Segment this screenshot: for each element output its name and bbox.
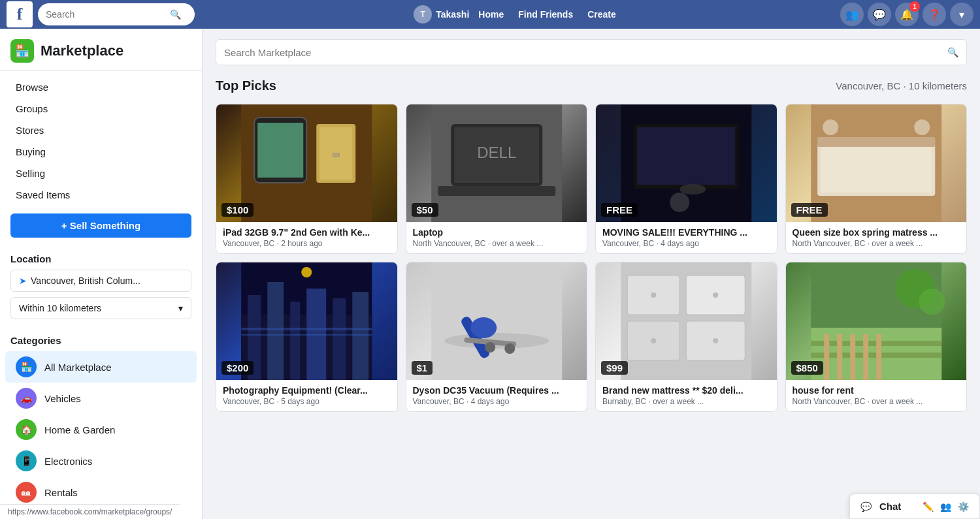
svg-point-38 [485, 342, 495, 353]
nav-center-links: T Takashi Home Find Friends Create [195, 5, 840, 24]
marketplace-search-bar[interactable]: 🔍 [216, 39, 967, 65]
category-label: Home & Garden [44, 424, 115, 435]
product-info: house for rent North Vancouver, BC · ove… [786, 380, 967, 411]
nav-create-link[interactable]: Create [582, 9, 621, 20]
product-meta: Burnaby, BC · over a week ... [602, 397, 770, 406]
svg-point-39 [504, 343, 515, 354]
chat-bubble[interactable]: 💬 Chat ✏️ 👥 ⚙️ [849, 494, 980, 519]
product-image: DELL $50 [406, 104, 587, 222]
product-card[interactable]: $1 Dyson DC35 Vacuum (Requires ... Vanco… [406, 262, 588, 412]
product-image: $850 [786, 262, 967, 380]
category-item-home-and-garden[interactable]: 🏠 Home & Garden [5, 414, 197, 445]
product-info: Laptop North Vancouver, BC · over a week… [406, 222, 587, 253]
svg-rect-21 [821, 147, 932, 193]
categories-section: Categories 🏪 All Marketplace 🚗 Vehicles … [0, 327, 202, 519]
help-icon-btn[interactable]: ❓ [923, 3, 946, 26]
product-card[interactable]: FREE MOVING SALE!!! EVERYTHING ... Vanco… [595, 104, 777, 254]
sidebar-item-selling[interactable]: Selling [5, 163, 197, 184]
svg-rect-54 [837, 334, 842, 380]
svg-text:DELL: DELL [477, 144, 516, 161]
products-grid: ⌨ $100 iPad 32GB 9.7" 2nd Gen with Ke...… [216, 104, 967, 412]
chat-compose-icon[interactable]: ✏️ [923, 501, 934, 512]
fb-letter: f [17, 5, 23, 24]
product-card[interactable]: ⌨ $100 iPad 32GB 9.7" 2nd Gen with Ke...… [216, 104, 398, 254]
search-input[interactable] [46, 9, 170, 20]
facebook-logo[interactable]: f [7, 1, 33, 27]
price-tag: $850 [791, 361, 823, 375]
chevron-down-icon: ▾ [959, 8, 964, 21]
product-card[interactable]: DELL $50 Laptop North Vancouver, BC · ov… [406, 104, 588, 254]
svg-point-15 [670, 193, 689, 212]
price-tag: FREE [791, 203, 828, 217]
location-icon: ➤ [19, 275, 27, 286]
category-icon: 📱 [16, 450, 37, 471]
radius-select[interactable]: Within 10 kilometers ▾ [10, 297, 191, 319]
sidebar-item-stores[interactable]: Stores [5, 119, 197, 141]
svg-rect-2 [257, 123, 303, 178]
question-icon: ❓ [928, 8, 941, 21]
marketplace-title: Marketplace [41, 42, 123, 59]
product-title: iPad 32GB 9.7" 2nd Gen with Ke... [223, 227, 391, 238]
nav-find-friends-link[interactable]: Find Friends [513, 9, 578, 20]
search-icon: 🔍 [170, 9, 181, 20]
product-meta: North Vancouver, BC · over a week ... [792, 239, 960, 248]
marketplace-search-button[interactable]: 🔍 [947, 47, 958, 57]
global-search[interactable]: 🔍 [38, 3, 195, 25]
chat-settings-icon[interactable]: ⚙️ [958, 501, 969, 512]
sidebar-title: 🏪 Marketplace [0, 39, 202, 71]
marketplace-search-input[interactable] [224, 47, 947, 58]
category-item-vehicles[interactable]: 🚗 Vehicles [5, 383, 197, 414]
chat-contacts-icon[interactable]: 👥 [940, 501, 951, 512]
chat-title: Chat [879, 501, 901, 512]
svg-rect-10 [438, 186, 555, 196]
friends-icon-btn[interactable]: 👥 [840, 3, 864, 26]
product-card[interactable]: FREE Queen size box spring matress ... N… [785, 104, 968, 254]
category-icon: 🏪 [16, 356, 37, 377]
category-item-all-marketplace[interactable]: 🏪 All Marketplace [5, 351, 197, 383]
location-input[interactable]: ➤ Vancouver, British Colum... [10, 270, 191, 292]
svg-point-36 [470, 317, 497, 338]
notifications-icon-btn[interactable]: 🔔 1 [895, 3, 919, 26]
main-layout: 🏪 Marketplace Browse Groups Stores Buyin… [0, 29, 980, 519]
sell-something-button[interactable]: + Sell Something [10, 213, 191, 238]
svg-rect-29 [352, 292, 368, 380]
product-meta: Vancouver, BC · 4 days ago [413, 397, 581, 406]
product-meta: Vancouver, BC · 5 days ago [223, 397, 391, 406]
user-profile-link[interactable]: T Takashi [414, 5, 469, 24]
product-card[interactable]: $200 Photography Equipment! (Clear... Va… [216, 262, 398, 412]
category-icon: 🚗 [16, 388, 37, 409]
section-header: Top Picks Vancouver, BC · 10 kilometers [216, 78, 967, 93]
avatar: T [414, 5, 432, 24]
product-card[interactable]: $99 Brand new mattress ** $20 deli... Bu… [595, 262, 777, 412]
product-info: Queen size box spring matress ... North … [786, 222, 967, 253]
product-title: Queen size box spring matress ... [792, 227, 960, 238]
svg-point-46 [651, 338, 656, 343]
location-label: Location [10, 253, 191, 264]
product-title: Laptop [413, 227, 581, 238]
more-options-btn[interactable]: ▾ [950, 3, 973, 26]
category-item-electronics[interactable]: 📱 Electronics [5, 445, 197, 477]
sidebar-item-saved[interactable]: Saved Items [5, 184, 197, 206]
product-title: Photography Equipment! (Clear... [223, 385, 391, 396]
messenger-icon-btn[interactable]: 💬 [868, 3, 891, 26]
location-info: Vancouver, BC · 10 kilometers [836, 80, 967, 91]
svg-rect-53 [824, 334, 829, 380]
product-image: $99 [596, 262, 777, 380]
sidebar-item-buying[interactable]: Buying [5, 141, 197, 163]
sidebar-item-browse[interactable]: Browse [5, 76, 197, 98]
category-item-rentals[interactable]: 🏘 Rentals [5, 477, 197, 508]
category-label: Rentals [44, 487, 78, 498]
svg-point-19 [823, 119, 838, 135]
top-navigation: f 🔍 T Takashi Home Find Friends Create 👥… [0, 0, 980, 29]
svg-rect-30 [241, 328, 372, 330]
svg-rect-26 [290, 302, 300, 380]
product-info: Dyson DC35 Vacuum (Requires ... Vancouve… [406, 380, 587, 411]
price-tag: $1 [412, 361, 433, 375]
sidebar-item-groups[interactable]: Groups [5, 98, 197, 119]
sidebar: 🏪 Marketplace Browse Groups Stores Buyin… [0, 29, 203, 519]
product-card[interactable]: $850 house for rent North Vancouver, BC … [785, 262, 968, 412]
category-label: Vehicles [44, 393, 81, 404]
svg-rect-56 [863, 334, 868, 380]
nav-home-link[interactable]: Home [473, 9, 509, 20]
category-icon: 🏘 [16, 482, 37, 503]
